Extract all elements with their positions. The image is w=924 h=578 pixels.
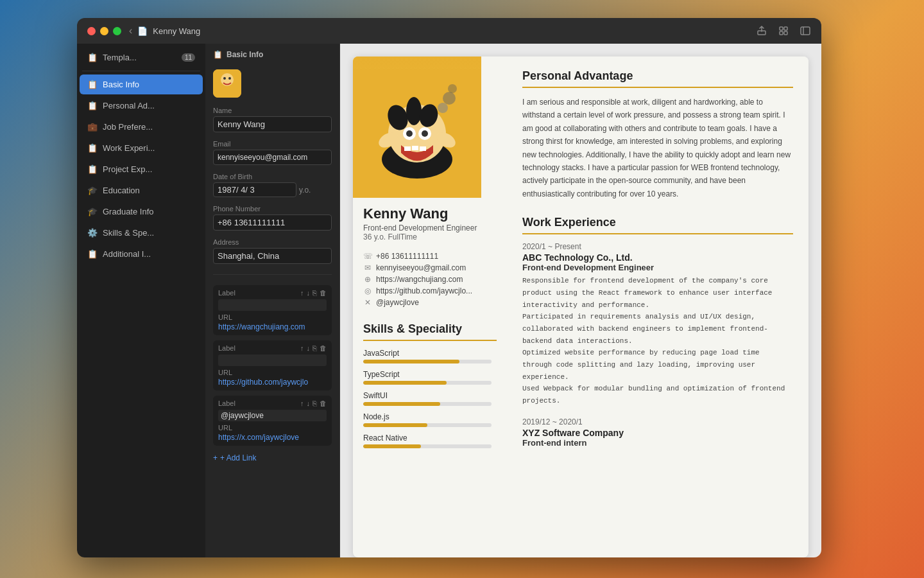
resume-job-title: Front-end Development Engineer bbox=[363, 223, 497, 232]
link-item-2: Label ↑ ↓ ⎘ 🗑 URL https://github.com/jay… bbox=[213, 340, 332, 390]
sidebar-item-education[interactable]: 🎓 Education bbox=[80, 180, 203, 200]
app-body: 📋 Templa... 11 📋 Basic Info 📋 Personal A… bbox=[77, 44, 821, 557]
work-item-2: 2019/12 ~ 2020/1 XYZ Software Company Fr… bbox=[522, 417, 793, 448]
resume-header: Kenny Wang Front-end Development Enginee… bbox=[353, 57, 809, 471]
link-2-url-value[interactable]: https://github.com/jaywcjlo bbox=[218, 378, 327, 387]
add-link-icon: + bbox=[213, 453, 218, 462]
work-experience-section: Work Experience 2020/1 ~ Present ABC Tec… bbox=[522, 216, 793, 448]
templates-badge: 11 bbox=[182, 53, 195, 62]
skills-section: Skills & Speciality JavaScript TypeScrip… bbox=[353, 312, 507, 465]
sidebar-item-project-experience[interactable]: 📋 Project Exp... bbox=[80, 159, 203, 179]
minimize-button[interactable] bbox=[100, 27, 108, 35]
dob-yo: y.o. bbox=[299, 186, 311, 195]
skill-javascript: JavaScript bbox=[363, 349, 497, 363]
link-3-up-icon[interactable]: ↑ bbox=[300, 399, 304, 407]
skill-swiftui-bar-fill bbox=[363, 402, 440, 406]
link-2-down-icon[interactable]: ↓ bbox=[307, 344, 311, 352]
phone-label: Phone Number bbox=[213, 205, 332, 213]
additional-icon: 📋 bbox=[87, 249, 98, 259]
links-section: Label ↑ ↓ ⎘ 🗑 URL https://wangchujiang.c… bbox=[205, 280, 339, 470]
link-3-header-row: Label ↑ ↓ ⎘ 🗑 bbox=[218, 399, 327, 407]
contact-github-text: https://github.com/jaywcjlo... bbox=[376, 286, 472, 295]
link-3-down-icon[interactable]: ↓ bbox=[307, 399, 311, 407]
email-label: Email bbox=[213, 140, 332, 148]
email-field: Email kennyiseeyou@gmail.com bbox=[205, 137, 339, 170]
avatar-row bbox=[205, 63, 339, 104]
phone-icon: ☏ bbox=[363, 252, 372, 261]
middle-panel: 📋 Basic Info Name bbox=[205, 44, 340, 557]
resume-name: Kenny Wang bbox=[363, 206, 497, 222]
link-1-url-value[interactable]: https://wangchujiang.com bbox=[218, 322, 327, 331]
svg-rect-5 bbox=[801, 27, 810, 35]
link-3-delete-icon[interactable]: 🗑 bbox=[320, 399, 327, 407]
github-icon: ◎ bbox=[363, 286, 372, 295]
phone-input[interactable]: +86 13611111111 bbox=[213, 215, 332, 231]
phone-field: Phone Number +86 13611111111 bbox=[205, 202, 339, 236]
link-2-delete-icon[interactable]: 🗑 bbox=[320, 344, 327, 352]
sidebar-templates-label: Templa... bbox=[103, 53, 137, 62]
project-experience-icon: 📋 bbox=[87, 164, 98, 174]
sidebar-item-work-experience-label: Work Experi... bbox=[103, 143, 155, 153]
sidebar-item-work-experience[interactable]: 📋 Work Experi... bbox=[80, 138, 203, 158]
link-item-1: Label ↑ ↓ ⎘ 🗑 URL https://wangchujiang.c… bbox=[213, 285, 332, 335]
nav-buttons: ‹ 📄 Kenny Wang bbox=[129, 25, 200, 37]
email-icon: ✉ bbox=[363, 263, 372, 272]
svg-point-9 bbox=[223, 77, 226, 80]
share-icon[interactable] bbox=[756, 25, 767, 37]
personal-advantage-icon: 📋 bbox=[87, 101, 98, 110]
svg-point-10 bbox=[228, 77, 231, 80]
skill-nodejs: Node.js bbox=[363, 412, 497, 427]
dob-row: 1987/ 4/ 3 y.o. bbox=[213, 182, 332, 197]
sidebar-item-additional[interactable]: 📋 Additional I... bbox=[80, 244, 203, 264]
link-3-copy-icon[interactable]: ⎘ bbox=[312, 399, 317, 407]
skills-icon: ⚙️ bbox=[87, 228, 98, 238]
link-2-label-value[interactable] bbox=[218, 355, 327, 366]
link-3-label-text: Label bbox=[218, 399, 235, 407]
education-icon: 🎓 bbox=[87, 186, 98, 195]
grid-icon[interactable] bbox=[778, 25, 789, 37]
link-2-copy-icon[interactable]: ⎘ bbox=[312, 344, 317, 352]
sidebar-item-templates[interactable]: 📋 Templa... 11 bbox=[80, 48, 203, 67]
name-input[interactable]: Kenny Wang bbox=[213, 116, 332, 132]
link-3-label-value[interactable]: @jaywcjlove bbox=[218, 410, 327, 421]
sidebar: 📋 Templa... 11 📋 Basic Info 📋 Personal A… bbox=[77, 44, 205, 557]
sidebar-item-job-preference[interactable]: 💼 Job Prefere... bbox=[80, 117, 203, 137]
link-1-actions: ↑ ↓ ⎘ 🗑 bbox=[300, 289, 327, 297]
link-1-down-icon[interactable]: ↓ bbox=[307, 289, 311, 297]
link-1-delete-icon[interactable]: 🗑 bbox=[320, 289, 327, 297]
skill-nodejs-bar-bg bbox=[363, 423, 492, 427]
contact-email: ✉ kennyiseeyou@gmail.com bbox=[363, 263, 497, 272]
contact-twitter: ✕ @jaywcjlove bbox=[363, 298, 497, 307]
sidebar-toggle-icon[interactable] bbox=[800, 25, 811, 37]
address-input[interactable]: Shanghai, China bbox=[213, 248, 332, 264]
work-item-1: 2020/1 ~ Present ABC Technology Co., Ltd… bbox=[522, 242, 793, 407]
svg-point-19 bbox=[448, 84, 457, 93]
svg-rect-1 bbox=[780, 27, 783, 30]
resume-age-employment: 36 y.o. FullTime bbox=[363, 232, 497, 241]
doc-icon: 📄 bbox=[137, 26, 148, 36]
sidebar-item-personal-advantage[interactable]: 📋 Personal Ad... bbox=[80, 96, 203, 116]
dob-label: Date of Birth bbox=[213, 173, 332, 180]
templates-icon: 📋 bbox=[87, 53, 98, 62]
skill-typescript-name: TypeScript bbox=[363, 370, 497, 379]
resume-avatar-area bbox=[353, 57, 481, 198]
link-3-url-value[interactable]: https://x.com/jaywcjlove bbox=[218, 433, 327, 442]
email-input[interactable]: kennyiseeyou@gmail.com bbox=[213, 150, 332, 165]
graduate-info-icon: 🎓 bbox=[87, 207, 98, 216]
link-1-up-icon[interactable]: ↑ bbox=[300, 289, 304, 297]
sidebar-item-basic-info-label: Basic Info bbox=[103, 80, 139, 89]
link-2-actions: ↑ ↓ ⎘ 🗑 bbox=[300, 344, 327, 352]
sidebar-item-basic-info[interactable]: 📋 Basic Info bbox=[80, 74, 203, 94]
link-1-copy-icon[interactable]: ⎘ bbox=[312, 289, 317, 297]
sidebar-item-skills[interactable]: ⚙️ Skills & Spe... bbox=[80, 223, 203, 243]
resume-left-col: Kenny Wang Front-end Development Enginee… bbox=[353, 57, 507, 471]
link-2-up-icon[interactable]: ↑ bbox=[300, 344, 304, 352]
close-button[interactable] bbox=[87, 27, 96, 35]
link-1-label-value[interactable] bbox=[218, 299, 327, 311]
fullscreen-button[interactable] bbox=[113, 27, 121, 35]
address-field: Address Shanghai, China bbox=[205, 236, 339, 269]
dob-input[interactable]: 1987/ 4/ 3 bbox=[213, 182, 296, 197]
sidebar-item-graduate-info[interactable]: 🎓 Graduate Info bbox=[80, 202, 203, 222]
add-link-button[interactable]: + + Add Link bbox=[213, 451, 332, 465]
back-icon[interactable]: ‹ bbox=[129, 25, 132, 37]
